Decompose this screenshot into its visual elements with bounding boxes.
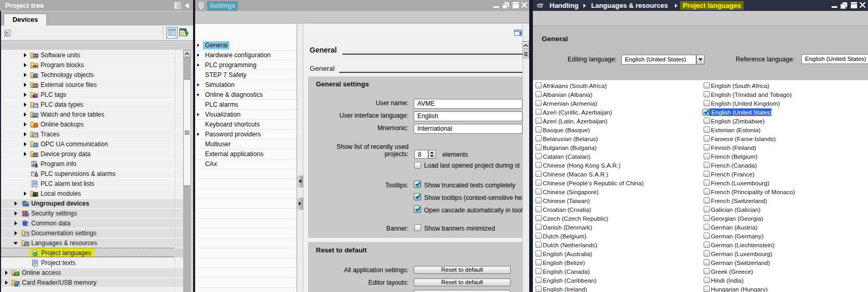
svg-text:01: 01 <box>34 85 36 87</box>
